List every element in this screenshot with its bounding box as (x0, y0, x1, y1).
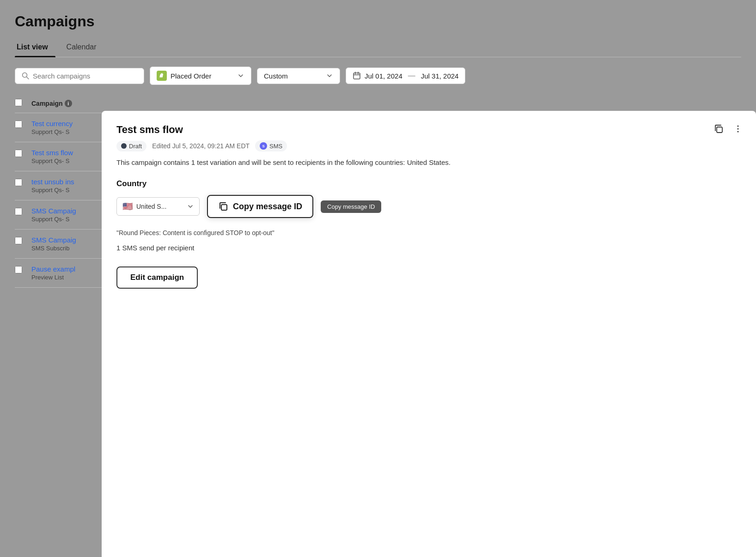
row-checkbox-cell-3 (15, 179, 26, 188)
svg-line-1 (27, 77, 29, 79)
draft-badge: Draft (116, 141, 146, 151)
row-checkbox-1[interactable] (15, 121, 22, 128)
more-options-button[interactable] (731, 122, 745, 137)
date-range-filter[interactable]: Jul 01, 2024 — Jul 31, 2024 (346, 67, 465, 84)
tabs-row: List view Calendar (15, 39, 741, 57)
row-checkbox-3[interactable] (15, 179, 22, 186)
flag-icon: 🇺🇸 (122, 201, 133, 212)
svg-rect-2 (354, 73, 360, 79)
row-checkbox-6[interactable] (15, 266, 22, 273)
placed-order-label: Placed Order (171, 72, 233, 80)
chevron-down-icon-country (187, 203, 194, 210)
page-background: Campaigns List view Calendar Placed Orde… (0, 0, 756, 557)
header-checkbox-cell (15, 99, 26, 108)
svg-rect-10 (221, 205, 227, 210)
copy-icon (713, 124, 724, 134)
detail-panel: Test sms flow Draft Edited Jul 5, 2024, … (102, 111, 756, 557)
row-checkbox-5[interactable] (15, 237, 22, 244)
info-icon[interactable]: i (65, 100, 72, 107)
campaign-name-6[interactable]: Pause exampl (31, 265, 75, 273)
campaign-column-header: Campaign i (31, 100, 72, 107)
more-vert-icon (733, 124, 743, 134)
panel-title: Test sms flow (116, 124, 741, 136)
copy-icon-button[interactable] (712, 122, 726, 137)
shopify-icon (157, 71, 167, 81)
campaign-sub-5: SMS Subscrib (31, 245, 76, 252)
copy-message-id-button[interactable]: Copy message ID (207, 195, 313, 218)
campaign-sub-2: Support Qs- S (31, 157, 73, 164)
svg-point-9 (738, 131, 739, 133)
campaign-name-4[interactable]: SMS Campaig (31, 207, 76, 215)
copy-msg-icon (218, 201, 228, 212)
calendar-icon (353, 72, 361, 80)
row-checkbox-4[interactable] (15, 208, 22, 215)
chevron-down-icon-2 (326, 72, 333, 79)
panel-meta: Draft Edited Jul 5, 2024, 09:21 AM EDT S… (116, 140, 741, 151)
country-dropdown[interactable]: 🇺🇸 United S... (116, 197, 200, 216)
country-name: United S... (136, 203, 183, 210)
edited-text: Edited Jul 5, 2024, 09:21 AM EDT (152, 142, 250, 150)
country-select-row: 🇺🇸 United S... Copy message ID Copy mess… (116, 195, 741, 218)
campaign-name-5[interactable]: SMS Campaig (31, 236, 76, 244)
panel-quote: "Round Pieces: Content is configured STO… (116, 229, 741, 236)
svg-rect-6 (717, 127, 722, 133)
custom-label: Custom (264, 72, 322, 80)
select-all-checkbox[interactable] (15, 99, 22, 106)
campaign-sub-1: Support Qs- S (31, 128, 73, 135)
date-start: Jul 01, 2024 (365, 72, 402, 80)
panel-description: This campaign contains 1 test variation … (116, 157, 741, 168)
panel-send-info: 1 SMS send per recipient (116, 244, 741, 252)
tab-calendar[interactable]: Calendar (65, 39, 104, 57)
campaign-name-1[interactable]: Test currency (31, 120, 73, 127)
draft-badge-dot (121, 143, 127, 149)
row-checkbox-cell-2 (15, 150, 26, 159)
copy-message-id-tooltip: Copy message ID (321, 200, 381, 213)
search-icon (22, 72, 29, 79)
svg-point-7 (738, 126, 739, 127)
sms-badge-icon: S (260, 142, 267, 150)
search-input-wrap[interactable] (15, 68, 144, 84)
table-header-row: Campaign i (15, 94, 741, 113)
chevron-down-icon (237, 72, 244, 79)
row-checkbox-2[interactable] (15, 150, 22, 157)
tab-list-view[interactable]: List view (15, 39, 55, 57)
campaign-sub-4: Support Qs- S (31, 216, 76, 223)
campaign-name-2[interactable]: Test sms flow (31, 149, 73, 157)
custom-dropdown[interactable]: Custom (257, 68, 340, 84)
panel-top-actions (712, 122, 745, 137)
campaign-name-3[interactable]: test unsub ins (31, 178, 74, 186)
svg-point-8 (738, 128, 739, 130)
country-section-label: Country (116, 179, 741, 188)
campaign-sub-6: Preview List (31, 274, 75, 281)
filters-row: Placed Order Custom Jul 01, 2024 — Jul 3… (0, 57, 756, 94)
sms-badge: S SMS (255, 140, 287, 151)
date-separator: — (408, 72, 415, 80)
page-title: Campaigns (15, 13, 741, 30)
campaign-sub-3: Support Qs- S (31, 187, 74, 194)
date-end: Jul 31, 2024 (421, 72, 459, 80)
page-header: Campaigns List view Calendar (0, 0, 756, 57)
edit-campaign-button[interactable]: Edit campaign (116, 266, 198, 289)
row-checkbox-cell-4 (15, 208, 26, 217)
row-checkbox-cell-5 (15, 237, 26, 246)
row-checkbox-cell-6 (15, 266, 26, 275)
search-input[interactable] (33, 72, 137, 80)
placed-order-dropdown[interactable]: Placed Order (150, 67, 251, 85)
row-checkbox-cell-1 (15, 121, 26, 130)
